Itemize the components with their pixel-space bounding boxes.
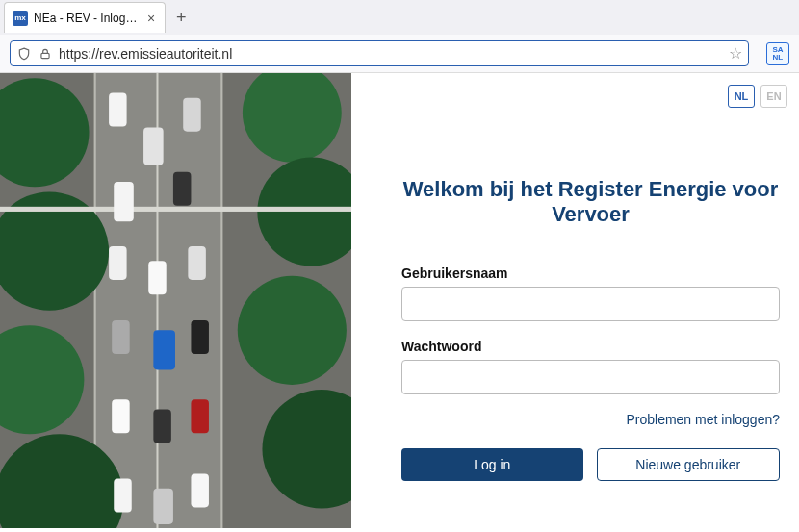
button-row: Log in Nieuwe gebruiker (401, 448, 780, 481)
url-input[interactable] (59, 46, 723, 62)
hero-image (0, 73, 351, 528)
svg-rect-18 (114, 182, 134, 221)
forgot-link[interactable]: Problemen met inloggen? (401, 412, 780, 427)
close-icon[interactable]: × (145, 11, 157, 26)
password-input[interactable] (401, 360, 780, 394)
lang-nl-button[interactable]: NL (728, 85, 755, 108)
login-panel: NL EN Welkom bij het Register Energie vo… (351, 73, 799, 528)
svg-rect-23 (112, 320, 130, 354)
new-tab-button[interactable]: + (169, 6, 193, 29)
extension-badge[interactable]: SA NL (766, 42, 789, 65)
svg-rect-14 (0, 207, 351, 212)
tab-favicon: mx (13, 11, 28, 26)
tab-strip: mx NEa - REV - Inloggen × + (0, 0, 799, 35)
browser-tab[interactable]: mx NEa - REV - Inloggen × (4, 2, 166, 33)
svg-rect-28 (191, 399, 209, 433)
username-input[interactable] (401, 287, 780, 321)
svg-point-12 (238, 276, 347, 385)
tab-title: NEa - REV - Inloggen (34, 12, 140, 25)
bookmark-star-icon[interactable]: ☆ (729, 44, 742, 63)
address-row: ☆ SA NL (0, 35, 799, 72)
language-switch: NL EN (728, 85, 787, 108)
svg-rect-26 (112, 399, 130, 433)
svg-rect-17 (183, 98, 201, 132)
lock-icon (38, 46, 53, 62)
svg-rect-16 (143, 128, 164, 165)
svg-rect-25 (191, 320, 209, 354)
svg-rect-27 (153, 410, 171, 443)
address-bar[interactable]: ☆ (10, 40, 749, 66)
page-body: NL EN Welkom bij het Register Energie vo… (0, 73, 799, 528)
login-button[interactable]: Log in (401, 448, 583, 481)
svg-rect-20 (109, 246, 127, 280)
username-label: Gebruikersnaam (401, 266, 780, 281)
svg-rect-0 (41, 53, 49, 58)
svg-rect-24 (153, 330, 175, 369)
svg-rect-31 (191, 473, 209, 507)
svg-rect-29 (114, 479, 132, 513)
new-user-button[interactable]: Nieuwe gebruiker (597, 448, 781, 481)
svg-rect-22 (188, 246, 206, 280)
svg-rect-5 (220, 73, 222, 528)
svg-rect-30 (153, 489, 173, 524)
lang-en-button[interactable]: EN (760, 85, 787, 108)
svg-rect-19 (173, 172, 192, 206)
shield-icon (16, 46, 32, 62)
page-title: Welkom bij het Register Energie voor Ver… (401, 177, 780, 227)
svg-rect-15 (109, 93, 127, 127)
svg-rect-21 (148, 261, 167, 294)
password-label: Wachtwoord (401, 339, 780, 354)
browser-chrome: mx NEa - REV - Inloggen × + ☆ SA NL (0, 0, 799, 73)
